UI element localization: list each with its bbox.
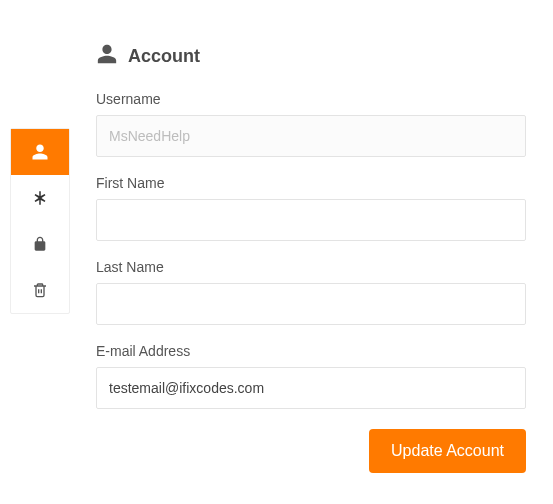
page-header: Account [96,43,526,69]
lock-icon [32,236,48,252]
update-account-button[interactable]: Update Account [369,429,526,473]
first-name-input[interactable] [96,199,526,241]
trash-icon [32,282,48,298]
field-username: Username [96,91,526,157]
label-email: E-mail Address [96,343,526,359]
label-first-name: First Name [96,175,526,191]
label-username: Username [96,91,526,107]
main-content: Account Username First Name Last Name E-… [96,43,526,473]
asterisk-icon [31,189,49,207]
sidebar-item-password[interactable] [11,175,69,221]
last-name-input[interactable] [96,283,526,325]
field-first-name: First Name [96,175,526,241]
sidebar [10,128,70,314]
sidebar-item-delete[interactable] [11,267,69,313]
email-input[interactable] [96,367,526,409]
label-last-name: Last Name [96,259,526,275]
sidebar-item-account[interactable] [11,129,69,175]
user-icon [96,43,118,69]
sidebar-item-security[interactable] [11,221,69,267]
field-email: E-mail Address [96,343,526,409]
form-actions: Update Account [96,429,526,473]
username-input [96,115,526,157]
field-last-name: Last Name [96,259,526,325]
page-title: Account [128,46,200,67]
user-icon [31,143,49,161]
